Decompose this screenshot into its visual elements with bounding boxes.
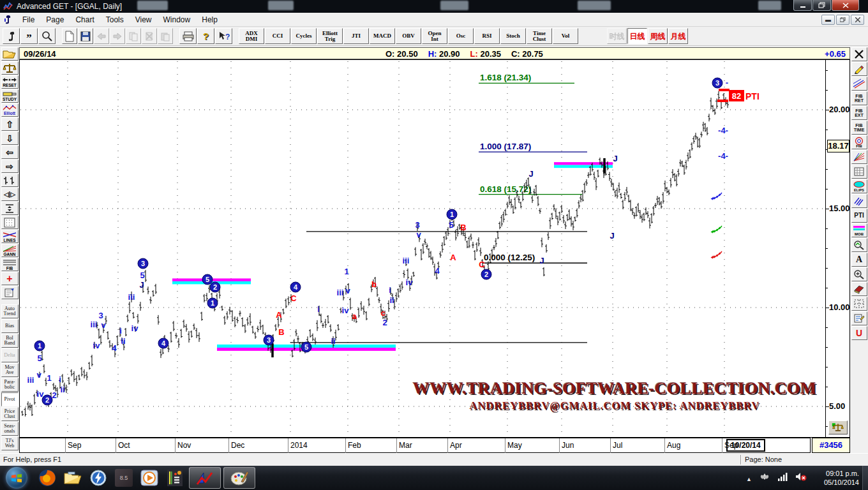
menu-chart[interactable]: Chart bbox=[70, 13, 100, 26]
chart-magnifier-button[interactable] bbox=[851, 238, 867, 252]
menu-file[interactable]: File bbox=[17, 13, 40, 26]
indicator-vol[interactable]: Vol bbox=[553, 28, 578, 44]
menu-help[interactable]: Help bbox=[196, 13, 223, 26]
taskbar-icon-daemon-tools[interactable] bbox=[86, 466, 111, 489]
window-close-button[interactable] bbox=[832, 0, 859, 11]
red-cross-button[interactable]: + bbox=[1, 272, 19, 285]
chart-window-icon[interactable] bbox=[3, 15, 13, 25]
child-restore-button[interactable] bbox=[836, 15, 849, 25]
arrow-left-button[interactable]: ⇦ bbox=[1, 145, 19, 159]
pencil-button[interactable] bbox=[851, 62, 867, 76]
reset-button[interactable]: RESET bbox=[1, 75, 19, 89]
fib-time-button[interactable]: FIBTIME bbox=[851, 121, 867, 135]
study-priceclust-button[interactable]: PriceClust bbox=[1, 407, 19, 421]
study-button[interactable]: STUDY bbox=[1, 89, 19, 103]
tray-icon-hidden-icons[interactable]: ▲ bbox=[746, 472, 752, 484]
indicator-obv[interactable]: OBV bbox=[396, 28, 421, 44]
indicator-cci[interactable]: CCI bbox=[265, 28, 290, 44]
child-minimize-button[interactable]: ▬ bbox=[821, 15, 835, 25]
pti-tool-button[interactable]: PTI bbox=[851, 209, 867, 223]
copy-page-button[interactable] bbox=[126, 28, 141, 44]
period-月线[interactable]: 月线 bbox=[668, 28, 688, 44]
annotation-button[interactable] bbox=[1, 286, 19, 299]
period-时线[interactable]: 时线 bbox=[607, 28, 627, 44]
scales-icon-button[interactable] bbox=[828, 420, 848, 434]
fib-circle-button[interactable]: FIB bbox=[851, 135, 867, 149]
magnifier-button[interactable] bbox=[38, 28, 56, 44]
arrow-down-button[interactable]: ⇩ bbox=[1, 131, 19, 145]
arrow-up-button[interactable]: ⇧ bbox=[1, 117, 19, 131]
indicator-jti[interactable]: JTI bbox=[343, 28, 369, 44]
context-help-button[interactable]: ? bbox=[215, 28, 232, 44]
taskbar-icon-volume-mixer[interactable] bbox=[162, 466, 188, 489]
indicator-adx-dmi[interactable]: ADXDMI bbox=[239, 28, 264, 44]
menu-window[interactable]: Window bbox=[158, 13, 197, 26]
period-周线[interactable]: 周线 bbox=[648, 28, 668, 44]
quote-marks-button[interactable]: ” bbox=[20, 28, 38, 44]
study-movave-button[interactable]: MovAve bbox=[1, 363, 19, 377]
grid-tool-button[interactable] bbox=[851, 165, 867, 179]
window-restore-button[interactable] bbox=[812, 0, 831, 11]
indicator-rsi[interactable]: RSI bbox=[474, 28, 500, 44]
text-tool-button[interactable]: A bbox=[851, 253, 867, 267]
study-tjsweb-button[interactable]: TJ'sWeb bbox=[1, 436, 19, 450]
compress-vertical-button[interactable] bbox=[1, 202, 19, 215]
next-page-button[interactable] bbox=[110, 28, 125, 44]
study-parabolic-button[interactable]: Para-bolic bbox=[1, 378, 19, 392]
show-desktop-button[interactable] bbox=[862, 466, 868, 490]
menu-view[interactable]: View bbox=[130, 13, 158, 26]
notes-tool-button[interactable] bbox=[851, 311, 867, 325]
study-seasonals-button[interactable]: Seas-onals bbox=[1, 422, 19, 436]
month-panel[interactable]: 10/20/14 SepOctNovDec2014FebMarAprMayJun… bbox=[19, 438, 811, 453]
indicator-elliott-trig[interactable]: ElliottTrig bbox=[317, 28, 343, 44]
taskbar-icon-explorer[interactable] bbox=[60, 466, 86, 489]
fib-lines-button[interactable]: FIB bbox=[1, 258, 19, 271]
study-delta-button[interactable]: Delta bbox=[1, 348, 19, 362]
tray-icon-volume-muted[interactable] bbox=[795, 472, 807, 484]
indicator-cycles[interactable]: Cycles bbox=[291, 28, 317, 44]
taskbar-clock[interactable]: 09:01 p.m. 05/10/2014 bbox=[824, 469, 859, 487]
indicator-osc[interactable]: Osc bbox=[448, 28, 474, 44]
delete-page-button[interactable] bbox=[142, 28, 157, 44]
fan-lines-button[interactable] bbox=[851, 150, 867, 164]
indicator-open-int[interactable]: OpenInt bbox=[422, 28, 447, 44]
indicator-stoch[interactable]: Stoch bbox=[500, 28, 526, 44]
trend-lines-button[interactable] bbox=[851, 77, 867, 91]
study-bolband-button[interactable]: BolBand bbox=[1, 334, 19, 348]
bar-width-button[interactable] bbox=[1, 174, 19, 187]
child-close-button[interactable] bbox=[851, 15, 864, 25]
folder-open-button[interactable] bbox=[1, 47, 19, 61]
taskbar-icon-advanced-get[interactable] bbox=[189, 467, 221, 489]
new-chart-button[interactable] bbox=[62, 28, 77, 44]
taskbar-icon-app-85[interactable]: 8.5 bbox=[111, 466, 137, 489]
delete-tool-button[interactable] bbox=[851, 47, 867, 61]
period-日线[interactable]: 日线 bbox=[627, 28, 647, 44]
magnet-button[interactable]: U bbox=[851, 326, 867, 340]
elliott-button[interactable]: Elliott bbox=[1, 103, 19, 117]
menu-tools[interactable]: Tools bbox=[100, 13, 130, 26]
scales-button[interactable] bbox=[1, 61, 19, 75]
study-bias-button[interactable]: Bias bbox=[1, 319, 19, 333]
dashed-grid-button[interactable] bbox=[851, 297, 867, 311]
get-pin-button[interactable] bbox=[3, 28, 20, 44]
mob-tool-button[interactable]: MOB bbox=[851, 223, 867, 237]
help-button[interactable]: ? bbox=[197, 28, 214, 44]
fib-ret-button[interactable]: FIBRET bbox=[851, 91, 867, 105]
price-axis[interactable]: 18.17 20.0015.0010.005.00 bbox=[826, 59, 850, 438]
gann-button[interactable]: GANN bbox=[1, 244, 19, 257]
lines-button[interactable]: LINES bbox=[1, 230, 19, 243]
indicator-time-clust[interactable]: TimeClust bbox=[527, 28, 552, 44]
hatch-lines-button[interactable] bbox=[851, 194, 867, 208]
print-button[interactable] bbox=[179, 28, 197, 44]
tray-icon-butterfly[interactable] bbox=[760, 472, 770, 484]
save-button[interactable] bbox=[78, 28, 93, 44]
taskbar-icon-paint[interactable] bbox=[223, 467, 255, 489]
ellipse-tool-button[interactable]: ELIPS bbox=[851, 179, 867, 193]
paste-page-button[interactable] bbox=[158, 28, 173, 44]
arrow-right-button[interactable]: ⇨ bbox=[1, 160, 19, 173]
study-pivot-button[interactable]: Pivot bbox=[1, 392, 19, 406]
menu-page[interactable]: Page bbox=[40, 13, 70, 26]
grid-dots-button[interactable] bbox=[1, 216, 19, 229]
window-minimize-button[interactable] bbox=[793, 0, 812, 11]
study-autotrend-button[interactable]: AutoTrend bbox=[1, 304, 19, 318]
